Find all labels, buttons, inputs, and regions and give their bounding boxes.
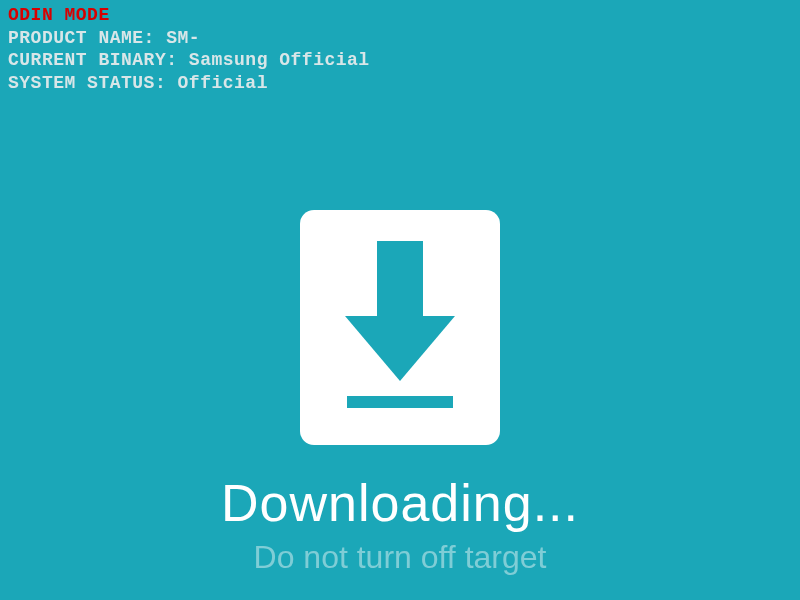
current-binary-label: CURRENT BINARY: — [8, 50, 178, 70]
binary-info-line: CURRENT BINARY: Samsung Official — [8, 49, 370, 72]
product-info-line: PRODUCT NAME: SM- — [8, 27, 370, 50]
download-panel: Downloading... Do not turn off target — [221, 210, 579, 576]
product-name-value: SM- — [166, 28, 200, 48]
svg-marker-1 — [345, 316, 455, 381]
system-info-block: ODIN MODE PRODUCT NAME: SM- CURRENT BINA… — [8, 4, 370, 94]
download-arrow-icon — [325, 231, 475, 425]
system-status-label: SYSTEM STATUS: — [8, 73, 166, 93]
svg-rect-0 — [377, 241, 423, 316]
downloading-status-text: Downloading... — [221, 473, 579, 533]
current-binary-value: Samsung Official — [189, 50, 370, 70]
system-status-line: SYSTEM STATUS: Official — [8, 72, 370, 95]
do-not-turn-off-warning: Do not turn off target — [254, 539, 547, 576]
svg-rect-2 — [347, 396, 453, 408]
download-icon-box — [300, 210, 500, 445]
product-name-label: PRODUCT NAME: — [8, 28, 155, 48]
mode-label: ODIN MODE — [8, 4, 370, 27]
system-status-value: Official — [178, 73, 268, 93]
